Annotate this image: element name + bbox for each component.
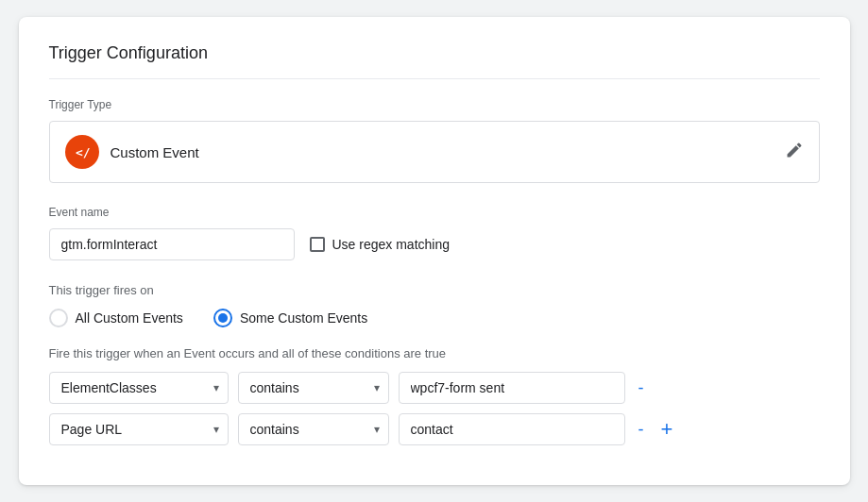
remove-condition-button-2[interactable]: - — [635, 420, 648, 440]
regex-label-text: Use regex matching — [332, 237, 451, 252]
add-condition-button[interactable]: + — [657, 417, 677, 442]
radio-outer-all — [49, 309, 68, 327]
radio-group: All Custom Events Some Custom Events — [49, 309, 820, 327]
regex-checkbox[interactable] — [310, 237, 325, 252]
edit-icon[interactable] — [785, 141, 804, 164]
page-title: Trigger Configuration — [49, 43, 820, 79]
remove-condition-button-1[interactable]: - — [635, 378, 648, 398]
trigger-type-label: Trigger Type — [49, 98, 820, 111]
svg-text:</>: </> — [76, 145, 91, 159]
fires-on-label: This trigger fires on — [49, 283, 820, 297]
field-select-wrapper-1: ElementClasses Page URL Click Element Cl… — [49, 372, 229, 404]
event-name-input[interactable] — [49, 228, 295, 260]
field-select-1[interactable]: ElementClasses Page URL Click Element Cl… — [49, 372, 229, 404]
event-name-row: Use regex matching — [49, 228, 820, 260]
radio-outer-some — [213, 309, 232, 327]
radio-label-some: Some Custom Events — [240, 310, 367, 326]
operator-select-2[interactable]: contains equals starts with ends with ma… — [238, 413, 389, 445]
operator-select-wrapper-1: contains equals starts with ends with ma… — [238, 372, 389, 404]
trigger-type-box: </> Custom Event — [49, 121, 820, 183]
field-select-wrapper-2: ElementClasses Page URL Click Element Cl… — [49, 413, 229, 445]
trigger-configuration-card: Trigger Configuration Trigger Type </> C… — [19, 17, 850, 485]
value-input-1[interactable] — [399, 372, 625, 404]
operator-select-1[interactable]: contains equals starts with ends with ma… — [238, 372, 389, 404]
value-input-2[interactable] — [399, 413, 625, 445]
trigger-type-icon: </> — [65, 135, 99, 169]
conditions-label: Fire this trigger when an Event occurs a… — [49, 346, 820, 360]
field-select-2[interactable]: ElementClasses Page URL Click Element Cl… — [49, 413, 229, 445]
operator-select-wrapper-2: contains equals starts with ends with ma… — [238, 413, 389, 445]
condition-row-1: ElementClasses Page URL Click Element Cl… — [49, 372, 820, 404]
radio-inner-some — [218, 313, 228, 323]
radio-some-custom-events[interactable]: Some Custom Events — [213, 309, 367, 327]
event-name-label: Event name — [49, 206, 820, 219]
event-name-section: Event name Use regex matching — [49, 206, 820, 260]
radio-label-all: All Custom Events — [76, 310, 183, 326]
fires-on-section: This trigger fires on All Custom Events … — [49, 283, 820, 327]
regex-label[interactable]: Use regex matching — [310, 237, 451, 252]
conditions-section: Fire this trigger when an Event occurs a… — [49, 346, 820, 445]
trigger-type-name: Custom Event — [111, 144, 199, 160]
condition-row-2: ElementClasses Page URL Click Element Cl… — [49, 413, 820, 445]
radio-all-custom-events[interactable]: All Custom Events — [49, 309, 183, 327]
trigger-type-left: </> Custom Event — [65, 135, 199, 169]
